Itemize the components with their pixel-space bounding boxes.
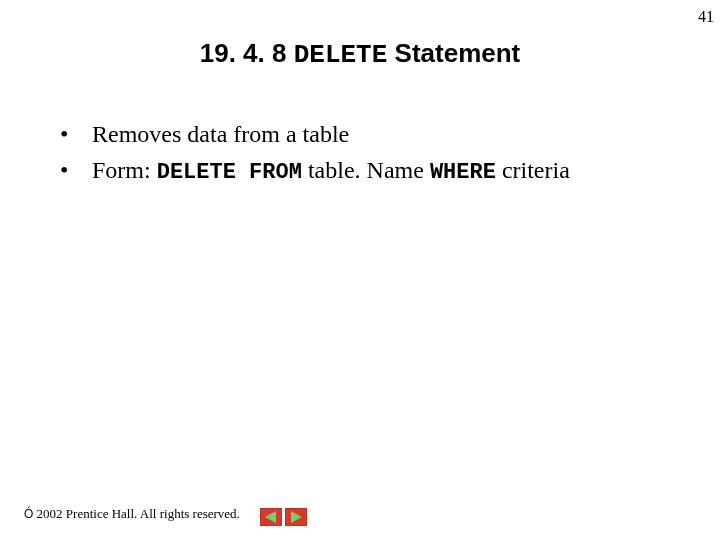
prev-button[interactable]	[260, 508, 282, 526]
nav-controls	[260, 508, 307, 526]
title-rest: Statement	[387, 38, 520, 68]
page-number: 41	[698, 8, 714, 26]
bullet-prefix: Form:	[92, 157, 157, 183]
bullet-suffix: criteria	[496, 157, 570, 183]
slide: 41 19. 4. 8 DELETE Statement Removes dat…	[0, 0, 720, 540]
bullet-list: Removes data from a table Form: DELETE F…	[62, 118, 570, 192]
next-button[interactable]	[285, 508, 307, 526]
bullet-text: Removes data from a table	[92, 121, 349, 147]
prev-icon	[260, 508, 282, 526]
copyright-text: 2002 Prentice Hall. All rights reserved.	[33, 506, 240, 521]
title-section: 19. 4. 8	[200, 38, 294, 68]
slide-title: 19. 4. 8 DELETE Statement	[0, 38, 720, 70]
bullet-item: Form: DELETE FROM table. Name WHERE crit…	[62, 154, 570, 188]
keyword-delete-from: DELETE FROM	[157, 160, 302, 185]
title-keyword: DELETE	[294, 40, 388, 70]
next-icon	[285, 508, 307, 526]
bullet-item: Removes data from a table	[62, 118, 570, 150]
copyright-footer: Ó 2002 Prentice Hall. All rights reserve…	[24, 506, 240, 522]
copyright-symbol: Ó	[24, 507, 33, 521]
keyword-where: WHERE	[430, 160, 496, 185]
bullet-mid: table. Name	[302, 157, 430, 183]
